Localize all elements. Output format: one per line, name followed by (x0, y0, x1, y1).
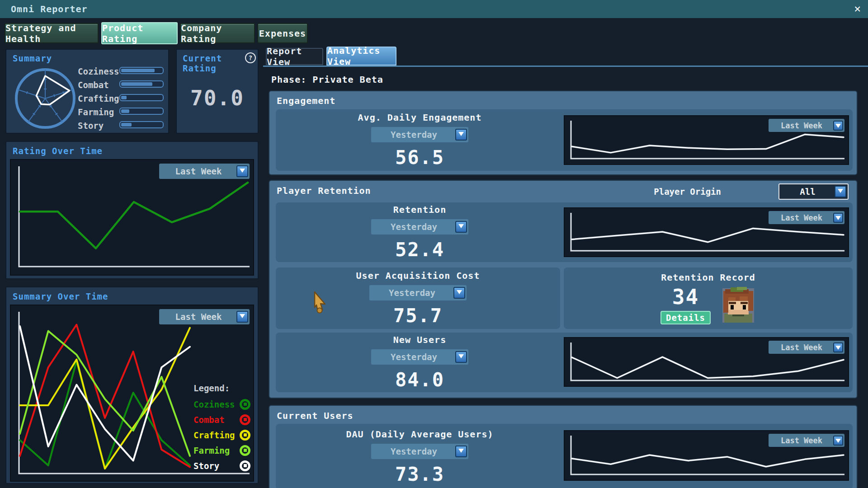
dau-card: DAU (Daily Average Users) Yesterday 73.3… (276, 424, 853, 488)
dropdown-value: Last Week (770, 213, 833, 222)
dropdown-value: Last Week (770, 436, 833, 445)
summary-radar-chart (13, 66, 78, 131)
period-dropdown[interactable]: Yesterday (371, 444, 468, 459)
stat-title: DAU (Daily Average Users) (346, 429, 493, 440)
rating-over-time-panel: Rating Over Time Last Week (5, 141, 259, 279)
stat-title: Avg. Daily Engagement (358, 112, 482, 123)
stat-bar-farming (119, 108, 164, 115)
stat-bar-crafting (119, 94, 164, 101)
chart-legend: Legend: Coziness Combat Crafting Farming… (193, 383, 250, 471)
legend-label: Coziness (193, 399, 235, 409)
section-title: Player Retention (277, 185, 371, 196)
legend-item-farming: Farming (193, 445, 250, 456)
stat-block: New Users Yesterday 84.0 (276, 333, 564, 392)
phase-label: Phase: Private Beta (271, 74, 383, 85)
help-icon[interactable]: ? (245, 52, 256, 63)
record-value-block: 34 Details (660, 285, 711, 324)
chevron-down-icon (833, 436, 843, 446)
avg-daily-engagement-card: Avg. Daily Engagement Yesterday 56.5 Las… (276, 109, 853, 171)
section-title: Current Users (277, 410, 354, 421)
bar-fill (121, 69, 155, 72)
stat-block: Avg. Daily Engagement Yesterday 56.5 (276, 109, 564, 171)
stat-bar-story (119, 121, 164, 128)
stat-label-farming: Farming (78, 107, 114, 117)
dropdown-value: Last Week (160, 312, 236, 322)
title-bar: Omni Reporter ✕ (0, 0, 868, 18)
period-dropdown[interactable]: Yesterday (369, 285, 467, 300)
range-dropdown[interactable]: Last Week (769, 211, 844, 224)
legend-label: Story (193, 461, 219, 471)
range-dropdown[interactable]: Last Week (769, 434, 844, 447)
panel-title: Summary (13, 53, 52, 63)
range-dropdown[interactable]: Last Week (159, 309, 250, 324)
tab-strategy-and-health[interactable]: Strategy and Health (5, 23, 99, 43)
period-dropdown[interactable]: Yesterday (371, 349, 468, 365)
player-origin-dropdown[interactable]: All (778, 183, 849, 200)
section-title: Engagement (277, 95, 335, 106)
range-dropdown[interactable]: Last Week (159, 164, 250, 179)
stat-value: 84.0 (395, 369, 444, 391)
tab-expenses[interactable]: Expenses (257, 23, 308, 43)
tab-label: Expenses (259, 28, 306, 39)
tab-label: Product Rating (102, 23, 177, 44)
ring-icon (240, 414, 250, 425)
range-dropdown[interactable]: Last Week (769, 119, 844, 132)
summary-over-time-panel: Summary Over Time Last Week Legend: Cozi… (5, 286, 259, 484)
tab-analytics-view[interactable]: Analytics View (326, 47, 396, 66)
chevron-down-icon (833, 343, 843, 352)
stat-block: Retention Yesterday 52.4 (276, 202, 564, 262)
chevron-down-icon (833, 213, 843, 223)
record-row: 34 Details (660, 285, 756, 324)
tab-label: Report View (267, 46, 322, 67)
current-rating-value: 70.0 (177, 86, 258, 110)
dropdown-value: Last Week (770, 121, 833, 130)
omni-reporter-window: { "window": {"title": "Omni Reporter", "… (0, 0, 868, 488)
stat-bar-coziness (119, 67, 164, 74)
tab-product-rating[interactable]: Product Rating (101, 22, 178, 44)
details-button[interactable]: Details (660, 311, 711, 324)
tab-label: Analytics View (327, 45, 396, 67)
dropdown-value: Yesterday (373, 446, 455, 456)
player-retention-section: Player Retention Player Origin All Reten… (269, 180, 858, 399)
chevron-down-icon (455, 351, 467, 363)
stat-label-coziness: Coziness (78, 66, 119, 76)
dropdown-value: All (781, 187, 835, 197)
dropdown-value: Yesterday (371, 288, 453, 298)
engagement-section: Engagement Avg. Daily Engagement Yesterd… (269, 90, 858, 175)
ring-icon (240, 430, 250, 441)
game-cursor (313, 291, 329, 314)
stat-value: 52.4 (395, 239, 444, 261)
ring-icon (240, 460, 250, 471)
legend-label: Farming (193, 446, 230, 455)
stat-value: 75.7 (393, 305, 443, 327)
chevron-down-icon (455, 129, 467, 141)
dropdown-value: Last Week (160, 166, 236, 176)
stat-value: 73.3 (395, 463, 444, 485)
chevron-down-icon (835, 186, 846, 197)
dropdown-value: Yesterday (373, 130, 455, 140)
window-title: Omni Reporter (11, 4, 88, 14)
current-rating-panel: Current Rating ? 70.0 (176, 49, 259, 134)
stat-value: 56.5 (395, 146, 444, 169)
stat-title: New Users (393, 334, 446, 345)
range-dropdown[interactable]: Last Week (769, 341, 844, 354)
new-users-card: New Users Yesterday 84.0 Last Week (276, 333, 853, 392)
stat-title: Retention Record (661, 272, 755, 283)
tab-company-rating[interactable]: Company Rating (180, 23, 255, 43)
legend-label: Crafting (193, 430, 235, 440)
tab-underline (263, 66, 868, 67)
character-avatar (721, 286, 756, 323)
legend-item-story: Story (193, 460, 250, 471)
close-icon[interactable]: ✕ (854, 2, 861, 15)
stat-label-story: Story (78, 121, 104, 131)
tab-report-view[interactable]: Report View (266, 48, 323, 65)
summary-panel: Summary Coziness Combat Crafting Farming… (5, 49, 169, 134)
chevron-down-icon (833, 121, 843, 131)
period-dropdown[interactable]: Yesterday (371, 219, 468, 235)
stat-title: Retention (393, 204, 446, 215)
legend-item-coziness: Coziness (193, 399, 250, 410)
legend-label: Combat (193, 415, 225, 425)
retention-record-card: Retention Record 34 Details (564, 267, 853, 329)
legend-item-combat: Combat (193, 414, 250, 425)
period-dropdown[interactable]: Yesterday (371, 127, 468, 142)
